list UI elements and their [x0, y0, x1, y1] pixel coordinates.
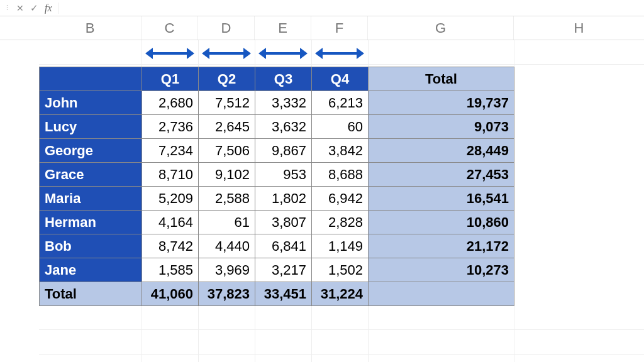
cell[interactable]: 31,224: [312, 282, 369, 306]
cell[interactable]: 8,688: [312, 163, 369, 187]
cell[interactable]: 2,828: [312, 211, 369, 234]
cell[interactable]: [369, 282, 514, 306]
cell[interactable]: 8,742: [142, 234, 199, 258]
cell[interactable]: 37,823: [199, 282, 255, 306]
cell[interactable]: 33,451: [255, 282, 312, 306]
column-header-G[interactable]: G: [368, 16, 514, 40]
cell[interactable]: 60: [312, 115, 369, 139]
table-header-row: Q1 Q2 Q3 Q4 Total: [40, 67, 514, 91]
cell[interactable]: 3,217: [255, 258, 312, 282]
cell[interactable]: 2,736: [142, 115, 199, 139]
cell[interactable]: 6,942: [312, 187, 369, 211]
table-row: Lucy 2,736 2,645 3,632 60 9,073: [40, 115, 514, 139]
cell[interactable]: 2,680: [142, 91, 199, 115]
cell[interactable]: 3,807: [255, 211, 312, 234]
cell[interactable]: 4,164: [142, 211, 199, 234]
enter-button[interactable]: ✓: [27, 3, 41, 14]
data-table: Q1 Q2 Q3 Q4 Total John 2,680 7,512 3,332…: [39, 67, 514, 306]
cell[interactable]: Q3: [255, 67, 312, 91]
row-header-gutter: [0, 16, 39, 40]
double-arrow-icon: [315, 52, 364, 55]
table-total-row: Total 41,060 37,823 33,451 31,224: [40, 282, 514, 306]
cell[interactable]: 6,213: [312, 91, 369, 115]
cell[interactable]: 5,209: [142, 187, 199, 211]
cell[interactable]: 16,541: [369, 187, 514, 211]
cell[interactable]: 2,645: [199, 115, 255, 139]
cell[interactable]: Jane: [40, 258, 142, 282]
cell[interactable]: 21,172: [369, 234, 514, 258]
cell[interactable]: Maria: [40, 187, 142, 211]
insert-function-button[interactable]: fx: [41, 3, 59, 14]
column-header-H[interactable]: H: [514, 16, 644, 40]
drag-handle-icon: ⋮: [4, 4, 11, 12]
table-row: Maria 5,209 2,588 1,802 6,942 16,541: [40, 187, 514, 211]
formula-bar: ⋮ ✕ ✓ fx: [0, 0, 644, 16]
column-header-E[interactable]: E: [255, 16, 311, 40]
cell[interactable]: 9,867: [255, 139, 312, 163]
cell[interactable]: 6,841: [255, 234, 312, 258]
cell[interactable]: 7,506: [199, 139, 255, 163]
cell[interactable]: 8,710: [142, 163, 199, 187]
double-arrow-icon: [258, 52, 308, 55]
cell[interactable]: 19,737: [369, 91, 514, 115]
cell[interactable]: 61: [199, 211, 255, 234]
cell[interactable]: Bob: [40, 234, 142, 258]
table-row: Grace 8,710 9,102 953 8,688 27,453: [40, 163, 514, 187]
cell[interactable]: 1,502: [312, 258, 369, 282]
cancel-button[interactable]: ✕: [13, 3, 27, 13]
cell[interactable]: 953: [255, 163, 312, 187]
table-row: Jane 1,585 3,969 3,217 1,502 10,273: [40, 258, 514, 282]
cell[interactable]: Grace: [40, 163, 142, 187]
column-header-B[interactable]: B: [39, 16, 142, 40]
cell[interactable]: 28,449: [369, 139, 514, 163]
cell[interactable]: 1,585: [142, 258, 199, 282]
cell[interactable]: 3,969: [199, 258, 255, 282]
cell[interactable]: 1,802: [255, 187, 312, 211]
double-arrow-icon: [145, 52, 194, 55]
cell[interactable]: George: [40, 139, 142, 163]
cell[interactable]: Total: [40, 282, 142, 306]
cell[interactable]: 27,453: [369, 163, 514, 187]
column-header-D[interactable]: D: [198, 16, 255, 40]
column-header-F[interactable]: F: [311, 16, 368, 40]
cell[interactable]: Total: [369, 67, 514, 91]
table-row: Herman 4,164 61 3,807 2,828 10,860: [40, 211, 514, 234]
cell[interactable]: 10,860: [369, 211, 514, 234]
cell[interactable]: 4,440: [199, 234, 255, 258]
cell[interactable]: Herman: [40, 211, 142, 234]
cell[interactable]: 7,234: [142, 139, 199, 163]
cell[interactable]: Q2: [199, 67, 255, 91]
cell[interactable]: 7,512: [199, 91, 255, 115]
cell[interactable]: 3,842: [312, 139, 369, 163]
cell[interactable]: [40, 67, 142, 91]
cell[interactable]: 3,332: [255, 91, 312, 115]
cell[interactable]: Q1: [142, 67, 199, 91]
cell[interactable]: Lucy: [40, 115, 142, 139]
table-row: Bob 8,742 4,440 6,841 1,149 21,172: [40, 234, 514, 258]
cell[interactable]: 9,102: [199, 163, 255, 187]
cell[interactable]: 41,060: [142, 282, 199, 306]
table-row: George 7,234 7,506 9,867 3,842 28,449: [40, 139, 514, 163]
column-header-C[interactable]: C: [142, 16, 198, 40]
cell[interactable]: 9,073: [369, 115, 514, 139]
column-headers: B C D E F G H: [0, 16, 644, 40]
cell[interactable]: 1,149: [312, 234, 369, 258]
sheet-area[interactable]: Q1 Q2 Q3 Q4 Total John 2,680 7,512 3,332…: [0, 40, 644, 362]
column-width-arrows: [142, 44, 368, 63]
cell[interactable]: 3,632: [255, 115, 312, 139]
cell[interactable]: John: [40, 91, 142, 115]
cell[interactable]: 10,273: [369, 258, 514, 282]
formula-input[interactable]: [62, 0, 644, 16]
cell[interactable]: Q4: [312, 67, 369, 91]
cell[interactable]: 2,588: [199, 187, 255, 211]
table-row: John 2,680 7,512 3,332 6,213 19,737: [40, 91, 514, 115]
double-arrow-icon: [202, 52, 251, 55]
